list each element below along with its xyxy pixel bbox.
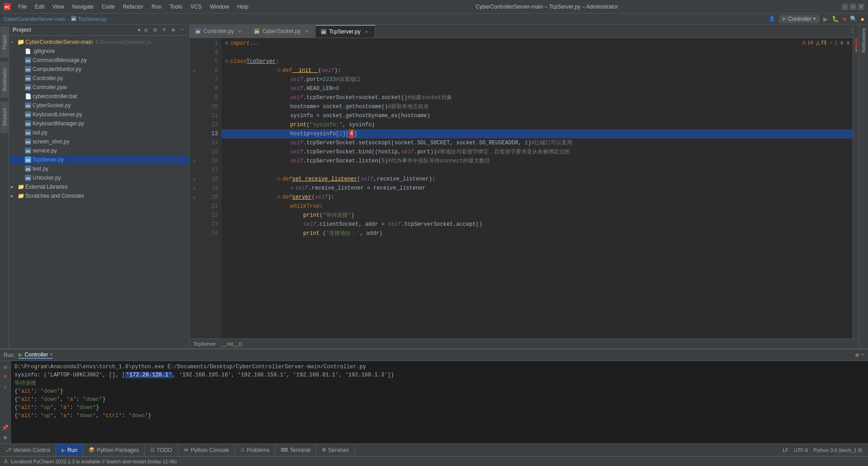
main-area: Project Bookmarks Structure Project ▾ ◎ … <box>0 24 868 348</box>
menu-vcs[interactable]: VCS <box>187 3 205 11</box>
menu-bar[interactable]: File Edit View Navigate Code Refactor Ru… <box>14 3 252 11</box>
maximize-button[interactable]: □ <box>850 4 856 10</box>
expand-all-icon[interactable]: ≡ <box>160 26 168 33</box>
scroll-end-btn[interactable]: ↓ <box>1 383 9 391</box>
pkg-icon: 📦 <box>89 447 95 453</box>
tree-item-gitignore[interactable]: 📄 .gitignore <box>9 47 189 56</box>
rerun-btn[interactable]: ↺ <box>1 363 9 371</box>
menu-edit[interactable]: Edit <box>31 3 48 11</box>
stop-btn[interactable]: ■ <box>843 16 846 22</box>
tab-close-tcpserver[interactable]: × <box>363 29 369 35</box>
code-area[interactable]: ⊞import ... ⊟class TcpServer: ⊟def __ini… <box>222 38 853 338</box>
right-scrollbar[interactable] <box>853 38 859 338</box>
status-tab-terminal[interactable]: ⌨ Terminal <box>275 444 316 456</box>
status-tab-problems[interactable]: ⚠ Problems <box>235 444 276 456</box>
run-tab-close[interactable]: × <box>50 352 52 357</box>
structure-tab[interactable]: Structure <box>0 101 9 133</box>
tree-item-keyboardmanager[interactable]: py KeyboardManager.py <box>9 119 189 128</box>
stop-run-btn[interactable]: ■ <box>1 373 9 381</box>
sidebar-close-icon[interactable]: − <box>179 26 186 33</box>
tree-item-computermonitor[interactable]: py ComputerMonitor.py <box>9 65 189 74</box>
project-tab[interactable]: Project <box>0 26 9 58</box>
tree-item-cybersocket[interactable]: py CyberSocket.py <box>9 101 189 110</box>
status-tab-python-packages[interactable]: 📦 Python Packages <box>83 444 145 456</box>
tree-item-commandmessage[interactable]: py CommandMessage.py <box>9 56 189 65</box>
menu-file[interactable]: File <box>14 3 30 11</box>
menu-navigate[interactable]: Navigate <box>69 3 97 11</box>
tree-item-test[interactable]: py test.py <box>9 164 189 173</box>
tree-item-service[interactable]: py service.py <box>9 146 189 155</box>
tree-scratches[interactable]: ▶ 📁 Scratches and Consoles <box>9 191 189 200</box>
fold-icon[interactable]: ∧ <box>840 40 844 46</box>
tree-item-tcpserver[interactable]: py TcpServer.py <box>9 155 189 164</box>
run-settings-icon[interactable]: ⚙ <box>855 352 859 359</box>
run-config-selector[interactable]: ▶ Controller ▾ <box>779 15 820 23</box>
search-icon[interactable]: 🔍 <box>850 15 857 22</box>
python-version[interactable]: Python 3.6 (torch_1.8) <box>813 447 863 453</box>
tree-item-out[interactable]: py out.py <box>9 128 189 137</box>
tree-item-screenshot[interactable]: py screen_shot.py <box>9 137 189 146</box>
tab-label-tcpserver: TcpServer.py <box>329 29 360 35</box>
status-tab-python-console[interactable]: ≫ Python Console <box>178 444 235 456</box>
tree-external-libraries[interactable]: ▶ 📁 External Libraries <box>9 182 189 191</box>
menu-tools[interactable]: Tools <box>166 3 186 11</box>
menu-window[interactable]: Window <box>206 3 233 11</box>
status-tab-services[interactable]: ⚙ Services <box>316 444 355 456</box>
close-button[interactable]: × <box>858 4 864 10</box>
run-tab-controller[interactable]: ▶ Controller × <box>19 352 52 359</box>
code-line-10: hostname= socket.gethostname()#获取本地主机名 <box>222 102 853 111</box>
tree-root[interactable]: ▾ 📁 CyberControllerServer-main E:\Docume… <box>9 38 189 47</box>
sidebar-settings-icon[interactable]: ⚙ <box>170 26 177 33</box>
pin-btn[interactable]: 📌 <box>1 423 9 432</box>
status-tab-version-control[interactable]: ⎇ Version Control <box>0 444 56 456</box>
user-icon[interactable]: ● <box>861 15 864 23</box>
tab-tcpserver[interactable]: py TcpServer.py × <box>316 25 375 38</box>
menu-view[interactable]: View <box>49 3 68 11</box>
gutter-18: ⊙ <box>190 175 199 184</box>
tab-icon-cybersocket: py <box>254 29 259 34</box>
tree-item-unlocker[interactable]: py Unlocker.py <box>9 173 189 182</box>
tab-controller[interactable]: py Controller.py × <box>190 25 249 38</box>
gutter-11 <box>190 111 199 120</box>
line-ending[interactable]: LF <box>783 447 788 453</box>
settings-btn[interactable]: ⚙ <box>1 433 9 442</box>
gitignore-label: .gitignore <box>33 48 55 54</box>
debug-btn[interactable]: 🐛 <box>832 15 839 22</box>
menu-refactor[interactable]: Refactor <box>119 3 147 11</box>
menu-help[interactable]: Help <box>234 3 252 11</box>
run-btn[interactable]: ▶ <box>823 15 828 23</box>
locate-file-icon[interactable]: ◎ <box>142 26 150 33</box>
run-tab-icon: ▶ <box>19 352 23 358</box>
editor-menu-icon[interactable]: ⋮ <box>846 24 859 38</box>
tree-item-controller[interactable]: py Controller.py <box>9 74 189 83</box>
minimize-button[interactable]: − <box>842 4 848 10</box>
breadcrumb-file[interactable]: TcpServer.py <box>78 16 107 22</box>
gutter-22 <box>190 211 199 220</box>
menu-run[interactable]: Run <box>148 3 165 11</box>
tree-item-bat[interactable]: 📄 cybercontroller.bat <box>9 92 189 101</box>
run-header-icons[interactable]: ⚙ − <box>855 352 864 359</box>
tab-close-controller[interactable]: × <box>236 28 243 34</box>
window-controls[interactable]: − □ × <box>842 4 864 10</box>
menu-code[interactable]: Code <box>98 3 118 11</box>
tab-label-controller: Controller.py <box>203 28 234 34</box>
tab-bar[interactable]: py Controller.py × py CyberSocket.py × p… <box>190 24 859 38</box>
breadcrumb-project[interactable]: CyberControllerServer-main <box>4 16 66 22</box>
status-tab-todo[interactable]: ☑ TODO <box>145 444 178 456</box>
bookmarks-tab[interactable]: Bookmarks <box>0 62 9 98</box>
status-tabs[interactable]: ⎇ Version Control ▶ Run 📦 Python Package… <box>0 444 355 456</box>
run-console[interactable]: D:\Program\Anaconda3\envs\torch_1.8\pyth… <box>11 361 868 443</box>
tab-cybersocket[interactable]: py CyberSocket.py × <box>249 25 316 38</box>
status-tab-run[interactable]: ▶ Run <box>56 444 83 456</box>
run-minimize-icon[interactable]: − <box>861 352 864 359</box>
expand-icon[interactable]: ∨ <box>846 40 850 46</box>
tab-close-cybersocket[interactable]: × <box>303 28 310 34</box>
notifications-panel[interactable]: Notifications <box>860 26 867 54</box>
tree-item-controllerpyw[interactable]: py Controller.pyw <box>9 83 189 92</box>
console-line-2: sysinfo: ('LAPTOP-U8KCJ082', [], ['172.2… <box>14 371 864 379</box>
encoding[interactable]: UTF-8 <box>794 447 808 453</box>
tree-item-keyboardlistener[interactable]: py KeyboardListener.py <box>9 110 189 119</box>
sidebar-icons[interactable]: ◎ ⊟ ≡ ⚙ − <box>142 26 186 33</box>
collapse-all-icon[interactable]: ⊟ <box>151 26 159 33</box>
profile-icon[interactable]: 👤 <box>769 16 775 22</box>
